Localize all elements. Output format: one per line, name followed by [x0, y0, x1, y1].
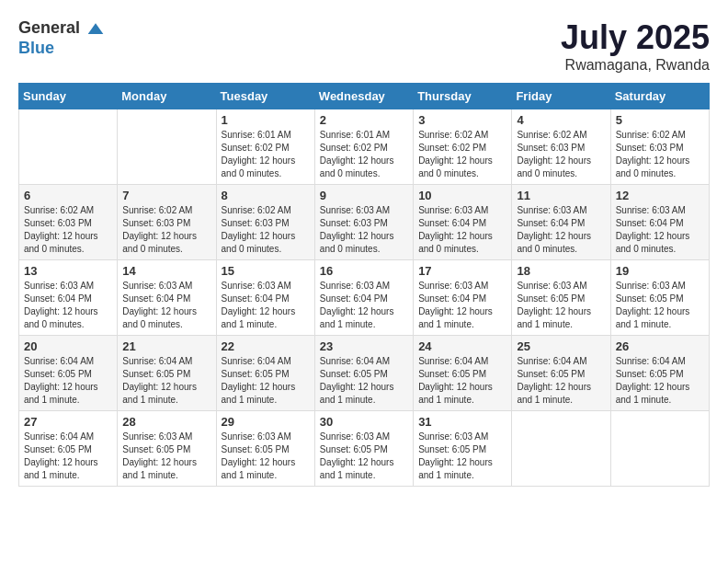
- day-number: 21: [122, 339, 210, 353]
- calendar-cell: 10Sunrise: 6:03 AM Sunset: 6:04 PM Dayli…: [414, 185, 512, 260]
- day-info: Sunrise: 6:03 AM Sunset: 6:04 PM Dayligh…: [418, 280, 506, 331]
- day-info: Sunrise: 6:02 AM Sunset: 6:03 PM Dayligh…: [616, 129, 704, 180]
- day-info: Sunrise: 6:03 AM Sunset: 6:04 PM Dayligh…: [122, 280, 210, 331]
- day-number: 7: [122, 189, 210, 202]
- calendar-cell: [118, 109, 216, 185]
- calendar-cell: 14Sunrise: 6:03 AM Sunset: 6:04 PM Dayli…: [118, 260, 216, 336]
- calendar-body: 1Sunrise: 6:01 AM Sunset: 6:02 PM Daylig…: [19, 109, 710, 487]
- day-number: 29: [222, 415, 310, 429]
- day-number: 17: [418, 264, 506, 278]
- calendar-cell: 28Sunrise: 6:03 AM Sunset: 6:05 PM Dayli…: [118, 411, 216, 487]
- logo-blue: Blue: [18, 39, 54, 57]
- day-number: 13: [24, 264, 112, 278]
- week-row-3: 13Sunrise: 6:03 AM Sunset: 6:04 PM Dayli…: [19, 260, 710, 336]
- day-number: 28: [122, 415, 210, 429]
- calendar-cell: 13Sunrise: 6:03 AM Sunset: 6:04 PM Dayli…: [19, 260, 118, 336]
- calendar: SundayMondayTuesdayWednesdayThursdayFrid…: [18, 83, 710, 487]
- day-info: Sunrise: 6:03 AM Sunset: 6:05 PM Dayligh…: [517, 280, 605, 331]
- day-header-saturday: Saturday: [610, 84, 709, 109]
- day-number: 14: [122, 264, 210, 278]
- calendar-cell: 5Sunrise: 6:02 AM Sunset: 6:03 PM Daylig…: [610, 109, 709, 185]
- day-info: Sunrise: 6:04 AM Sunset: 6:05 PM Dayligh…: [320, 355, 408, 407]
- day-info: Sunrise: 6:03 AM Sunset: 6:05 PM Dayligh…: [320, 431, 408, 482]
- day-number: 15: [222, 264, 310, 278]
- day-info: Sunrise: 6:02 AM Sunset: 6:03 PM Dayligh…: [24, 204, 112, 256]
- calendar-cell: 21Sunrise: 6:04 AM Sunset: 6:05 PM Dayli…: [118, 336, 216, 411]
- day-number: 10: [418, 189, 506, 202]
- day-info: Sunrise: 6:03 AM Sunset: 6:04 PM Dayligh…: [517, 204, 605, 256]
- day-header-tuesday: Tuesday: [216, 84, 314, 109]
- day-header-thursday: Thursday: [414, 84, 512, 109]
- day-header-friday: Friday: [512, 84, 610, 109]
- week-row-1: 1Sunrise: 6:01 AM Sunset: 6:02 PM Daylig…: [19, 109, 710, 185]
- header: General Blue July 2025 Rwamagana, Rwanda: [18, 18, 710, 74]
- calendar-cell: 20Sunrise: 6:04 AM Sunset: 6:05 PM Dayli…: [19, 336, 118, 411]
- day-info: Sunrise: 6:03 AM Sunset: 6:05 PM Dayligh…: [418, 431, 506, 482]
- day-info: Sunrise: 6:04 AM Sunset: 6:05 PM Dayligh…: [517, 355, 605, 407]
- day-info: Sunrise: 6:03 AM Sunset: 6:04 PM Dayligh…: [222, 280, 310, 331]
- calendar-cell: 19Sunrise: 6:03 AM Sunset: 6:05 PM Dayli…: [610, 260, 709, 336]
- day-info: Sunrise: 6:01 AM Sunset: 6:02 PM Dayligh…: [320, 129, 408, 180]
- day-info: Sunrise: 6:03 AM Sunset: 6:05 PM Dayligh…: [616, 280, 704, 331]
- calendar-cell: 6Sunrise: 6:02 AM Sunset: 6:03 PM Daylig…: [19, 185, 118, 260]
- day-info: Sunrise: 6:02 AM Sunset: 6:03 PM Dayligh…: [517, 129, 605, 180]
- logo-text: General Blue: [18, 18, 105, 58]
- week-row-5: 27Sunrise: 6:04 AM Sunset: 6:05 PM Dayli…: [19, 411, 710, 487]
- day-number: 26: [616, 339, 704, 353]
- day-info: Sunrise: 6:03 AM Sunset: 6:05 PM Dayligh…: [122, 431, 210, 482]
- calendar-cell: 25Sunrise: 6:04 AM Sunset: 6:05 PM Dayli…: [512, 336, 610, 411]
- calendar-cell: 29Sunrise: 6:03 AM Sunset: 6:05 PM Dayli…: [216, 411, 314, 487]
- day-number: 4: [517, 113, 605, 127]
- day-info: Sunrise: 6:03 AM Sunset: 6:04 PM Dayligh…: [320, 280, 408, 331]
- day-number: 20: [24, 339, 112, 353]
- calendar-cell: 3Sunrise: 6:02 AM Sunset: 6:02 PM Daylig…: [414, 109, 512, 185]
- day-info: Sunrise: 6:03 AM Sunset: 6:05 PM Dayligh…: [222, 431, 310, 482]
- day-number: 27: [24, 415, 112, 429]
- calendar-cell: 22Sunrise: 6:04 AM Sunset: 6:05 PM Dayli…: [216, 336, 314, 411]
- day-number: 9: [320, 189, 408, 202]
- day-info: Sunrise: 6:03 AM Sunset: 6:04 PM Dayligh…: [418, 204, 506, 256]
- day-number: 6: [24, 189, 112, 202]
- day-number: 16: [320, 264, 408, 278]
- calendar-cell: 9Sunrise: 6:03 AM Sunset: 6:03 PM Daylig…: [314, 185, 413, 260]
- day-number: 25: [517, 339, 605, 353]
- day-number: 11: [517, 189, 605, 202]
- day-number: 8: [222, 189, 310, 202]
- day-header-monday: Monday: [118, 84, 216, 109]
- calendar-cell: 12Sunrise: 6:03 AM Sunset: 6:04 PM Dayli…: [610, 185, 709, 260]
- week-row-2: 6Sunrise: 6:02 AM Sunset: 6:03 PM Daylig…: [19, 185, 710, 260]
- day-number: 1: [222, 113, 310, 127]
- calendar-cell: [610, 411, 709, 487]
- logo: General Blue: [18, 18, 105, 58]
- calendar-cell: 15Sunrise: 6:03 AM Sunset: 6:04 PM Dayli…: [216, 260, 314, 336]
- day-number: 23: [320, 339, 408, 353]
- days-header-row: SundayMondayTuesdayWednesdayThursdayFrid…: [19, 84, 710, 109]
- day-info: Sunrise: 6:03 AM Sunset: 6:03 PM Dayligh…: [320, 204, 408, 256]
- day-number: 18: [517, 264, 605, 278]
- day-info: Sunrise: 6:04 AM Sunset: 6:05 PM Dayligh…: [222, 355, 310, 407]
- calendar-cell: 23Sunrise: 6:04 AM Sunset: 6:05 PM Dayli…: [314, 336, 413, 411]
- day-number: 3: [418, 113, 506, 127]
- calendar-cell: 17Sunrise: 6:03 AM Sunset: 6:04 PM Dayli…: [414, 260, 512, 336]
- calendar-cell: 2Sunrise: 6:01 AM Sunset: 6:02 PM Daylig…: [314, 109, 413, 185]
- day-info: Sunrise: 6:02 AM Sunset: 6:03 PM Dayligh…: [222, 204, 310, 256]
- day-info: Sunrise: 6:04 AM Sunset: 6:05 PM Dayligh…: [616, 355, 704, 407]
- day-info: Sunrise: 6:03 AM Sunset: 6:04 PM Dayligh…: [24, 280, 112, 331]
- calendar-cell: 8Sunrise: 6:02 AM Sunset: 6:03 PM Daylig…: [216, 185, 314, 260]
- day-number: 24: [418, 339, 506, 353]
- day-number: 22: [222, 339, 310, 353]
- calendar-cell: [512, 411, 610, 487]
- calendar-header: SundayMondayTuesdayWednesdayThursdayFrid…: [19, 84, 710, 109]
- calendar-cell: 27Sunrise: 6:04 AM Sunset: 6:05 PM Dayli…: [19, 411, 118, 487]
- calendar-cell: 16Sunrise: 6:03 AM Sunset: 6:04 PM Dayli…: [314, 260, 413, 336]
- day-number: 30: [320, 415, 408, 429]
- calendar-cell: 26Sunrise: 6:04 AM Sunset: 6:05 PM Dayli…: [610, 336, 709, 411]
- day-info: Sunrise: 6:02 AM Sunset: 6:02 PM Dayligh…: [418, 129, 506, 180]
- logo-general: General: [18, 20, 105, 36]
- calendar-cell: 30Sunrise: 6:03 AM Sunset: 6:05 PM Dayli…: [314, 411, 413, 487]
- day-number: 5: [616, 113, 704, 127]
- calendar-cell: 18Sunrise: 6:03 AM Sunset: 6:05 PM Dayli…: [512, 260, 610, 336]
- month-year: July 2025: [561, 18, 710, 57]
- calendar-cell: 4Sunrise: 6:02 AM Sunset: 6:03 PM Daylig…: [512, 109, 610, 185]
- week-row-4: 20Sunrise: 6:04 AM Sunset: 6:05 PM Dayli…: [19, 336, 710, 411]
